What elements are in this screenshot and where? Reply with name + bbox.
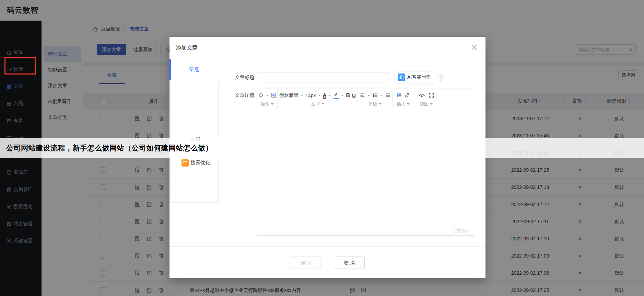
editor-content-area[interactable] bbox=[257, 109, 474, 227]
modal-header: 添加文章 bbox=[169, 37, 485, 58]
rich-text-editor: W 操作 微软雅黑 14px A B U 文字 bbox=[257, 89, 474, 236]
annotation-highlight-box bbox=[4, 57, 36, 75]
marker-icon bbox=[333, 92, 339, 98]
svg-text:W: W bbox=[272, 94, 275, 97]
dropdown-caret[interactable] bbox=[367, 95, 370, 98]
underline-icon[interactable]: U bbox=[352, 92, 356, 98]
article-detail-label: 文章详情: bbox=[221, 90, 256, 100]
group-label-text[interactable]: 文字 bbox=[311, 101, 320, 107]
group-label-layout[interactable]: 排版 bbox=[368, 101, 377, 107]
confirm-button[interactable]: 确 定 bbox=[291, 257, 322, 269]
font-size-select[interactable]: 14px bbox=[305, 93, 316, 98]
word-import-icon[interactable]: W bbox=[271, 92, 277, 98]
group-label-view[interactable]: 视图 bbox=[420, 101, 429, 107]
bold-icon[interactable]: B bbox=[346, 92, 350, 99]
dropdown-caret[interactable] bbox=[380, 95, 383, 98]
editor-toolbar: W 操作 微软雅黑 14px A B U 文字 bbox=[257, 89, 474, 109]
close-icon[interactable] bbox=[470, 44, 478, 51]
modal-footer-divider bbox=[169, 246, 485, 247]
ai-write-label: AI智能写作 bbox=[407, 74, 431, 80]
align-icon[interactable] bbox=[360, 92, 365, 98]
ai-write-button[interactable]: 初 AI智能写作 bbox=[395, 71, 434, 83]
eraser-icon[interactable] bbox=[258, 92, 264, 98]
modal-title: 添加文章 bbox=[176, 37, 198, 58]
dropdown-caret bbox=[430, 103, 433, 106]
dropdown-caret bbox=[407, 103, 410, 106]
source-code-icon[interactable]: </> bbox=[419, 93, 424, 98]
ai-badge-icon: 初 bbox=[398, 73, 405, 81]
seo-badge-icon: 中 bbox=[182, 159, 189, 167]
modal-tab-general[interactable]: 常规 bbox=[169, 64, 219, 76]
dropdown-caret[interactable] bbox=[301, 95, 303, 98]
insert-image-icon[interactable] bbox=[396, 92, 402, 98]
help-icon[interactable]: ? bbox=[437, 74, 444, 81]
modal-tab-seo[interactable]: 中 搜索优化 bbox=[171, 157, 220, 169]
article-title-tooltip-banner: 公司网站建设流程，新手怎么做网站（公司如何建网站怎么做） bbox=[0, 138, 644, 158]
insert-link-icon[interactable] bbox=[404, 92, 410, 98]
dropdown-caret bbox=[321, 103, 324, 106]
dropdown-caret[interactable] bbox=[266, 95, 269, 98]
group-label-insert[interactable]: 插入 bbox=[397, 101, 406, 107]
dropdown-caret[interactable] bbox=[341, 95, 344, 98]
dropdown-caret bbox=[379, 103, 382, 106]
indent-icon[interactable] bbox=[385, 92, 391, 98]
article-title-input[interactable] bbox=[257, 72, 389, 82]
tooltip-banner-text: 公司网站建设流程，新手怎么做网站（公司如何建网站怎么做） bbox=[6, 143, 213, 153]
group-label-ops[interactable]: 操作 bbox=[261, 101, 270, 107]
fullscreen-icon[interactable] bbox=[429, 92, 434, 98]
line-height-icon[interactable] bbox=[372, 92, 378, 98]
word-count: 字数统计 bbox=[257, 226, 474, 235]
modal-tab-label: 常规 bbox=[189, 67, 199, 73]
cancel-button[interactable]: 取 消 bbox=[334, 257, 365, 269]
font-color-icon[interactable]: A bbox=[323, 92, 327, 99]
dropdown-caret[interactable] bbox=[318, 95, 321, 98]
article-title-label: 文章标题: bbox=[221, 72, 256, 82]
app-root: 码云数智 概况 统计 文章 产品 表单 互动 图册 资源库 交易管 bbox=[0, 0, 644, 296]
highlight-color-icon[interactable] bbox=[333, 92, 339, 99]
modal-tab-label: 搜索优化 bbox=[191, 160, 210, 166]
dropdown-caret bbox=[271, 103, 274, 106]
dropdown-caret[interactable] bbox=[328, 95, 331, 98]
font-family-select[interactable]: 微软雅黑 bbox=[279, 92, 298, 99]
